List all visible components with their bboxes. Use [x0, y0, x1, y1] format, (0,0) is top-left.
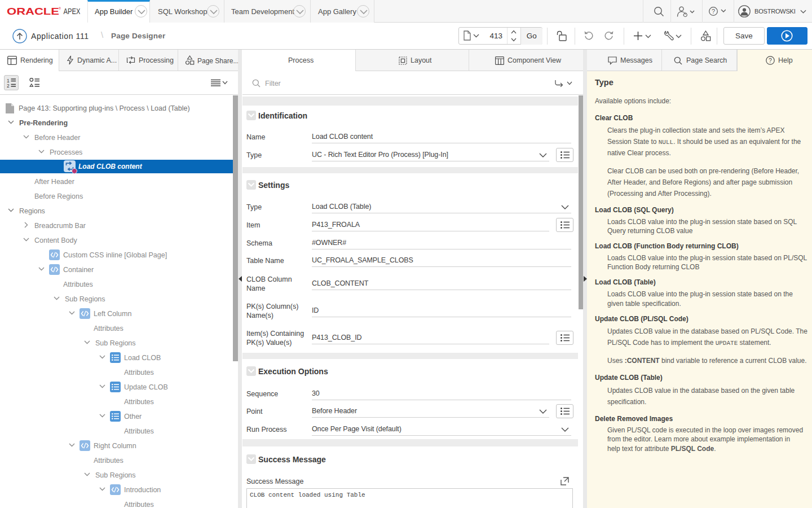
- svg-text:®: ®: [59, 7, 61, 10]
- svg-text:ORACLE: ORACLE: [7, 6, 59, 17]
- svg-text:2: 2: [7, 83, 10, 87]
- svg-text:?: ?: [712, 8, 715, 15]
- svg-text:?: ?: [769, 57, 772, 64]
- svg-text:APEX: APEX: [64, 7, 81, 16]
